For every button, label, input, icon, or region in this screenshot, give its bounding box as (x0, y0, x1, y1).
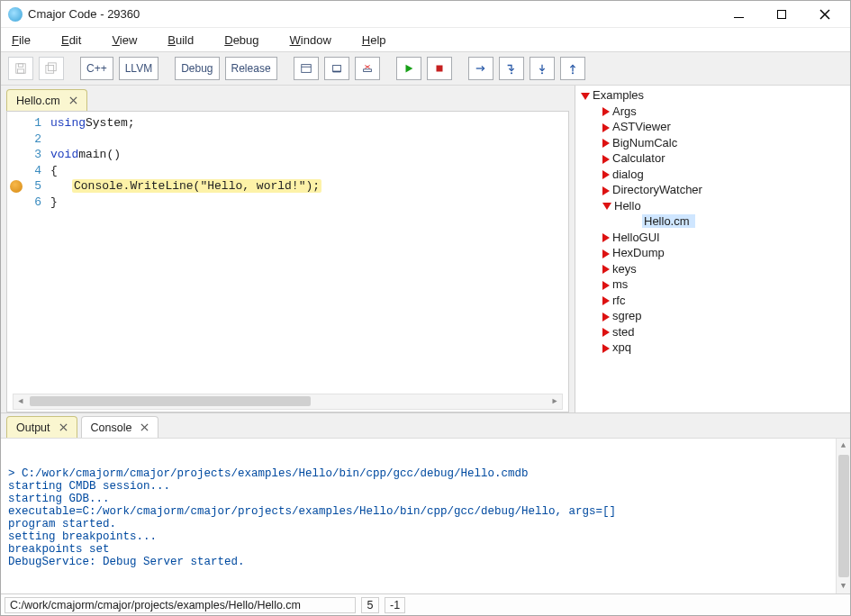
tree-label: Hello.cm (642, 214, 695, 228)
save-button[interactable] (8, 57, 33, 80)
tree-item[interactable]: HexDump (581, 245, 850, 261)
config-release-button[interactable]: Release (225, 57, 277, 80)
expand-icon[interactable] (602, 265, 610, 274)
maximize-button[interactable] (769, 5, 794, 23)
solution-explorer[interactable]: Examples ArgsASTViewerBigNumCalcCalculat… (575, 86, 850, 412)
main-area: Hello.cm 1using System; 2 3void main() 4… (1, 86, 850, 413)
menu-build[interactable]: Build (167, 33, 194, 47)
close-button[interactable] (812, 5, 837, 23)
save-all-button[interactable] (39, 57, 64, 80)
code-lines: 1using System; 2 3void main() 4{ 5Consol… (29, 115, 568, 210)
code-editor[interactable]: 1using System; 2 3void main() 4{ 5Consol… (6, 111, 569, 412)
close-tab-icon[interactable] (140, 421, 149, 434)
expand-icon[interactable] (602, 328, 610, 337)
tree-label: Examples (593, 88, 644, 102)
current-line-highlight: Console.WriteLine("Hello, world!"); (72, 179, 321, 193)
expand-icon[interactable] (602, 344, 610, 353)
close-tab-icon[interactable] (59, 421, 68, 434)
editor-tab-hello[interactable]: Hello.cm (6, 89, 87, 111)
show-next-stmt-button[interactable] (468, 57, 493, 80)
expand-icon[interactable] (602, 123, 610, 132)
expand-icon[interactable] (602, 155, 610, 164)
code-text: System; (86, 116, 135, 130)
tree-item[interactable]: Calculator (581, 150, 850, 167)
menu-view[interactable]: View (112, 33, 137, 47)
tree-item[interactable]: keys (581, 261, 850, 277)
menu-debug[interactable]: Debug (224, 33, 258, 47)
svg-rect-3 (18, 64, 23, 68)
backend-cpp-button[interactable]: C++ (80, 57, 113, 80)
minimize-button[interactable] (726, 5, 751, 23)
scroll-down-icon[interactable]: ▼ (837, 579, 851, 593)
output-text: > C:/work/cmajorm/cmajor/projects/exampl… (8, 467, 843, 568)
stop-debug-button[interactable] (427, 57, 452, 80)
status-file-path: C:/work/cmajorm/cmajor/projects/examples… (5, 597, 356, 613)
expand-icon[interactable] (581, 93, 590, 100)
tree-item[interactable]: Args (581, 104, 850, 120)
output-view[interactable]: > C:/work/cmajorm/cmajor/projects/exampl… (1, 439, 850, 593)
tab-label: Output (16, 421, 50, 434)
menu-help[interactable]: Help (362, 33, 386, 47)
expand-icon[interactable] (602, 139, 610, 148)
bottom-panel: Output Console > C:/work/cmajorm/cmajor/… (1, 413, 850, 593)
tab-output[interactable]: Output (6, 416, 77, 438)
step-out-button[interactable] (560, 57, 585, 80)
scroll-thumb[interactable] (838, 455, 849, 577)
build-solution-button[interactable] (294, 57, 319, 80)
tree-item[interactable]: rfc (581, 293, 850, 309)
svg-rect-7 (301, 65, 311, 73)
tree-root[interactable]: Examples ArgsASTViewerBigNumCalcCalculat… (575, 87, 850, 356)
tree-item-hello[interactable]: Hello Hello.cm (581, 198, 850, 230)
tree-item[interactable]: ms (581, 276, 850, 293)
title-bar: Cmajor Code - 29360 (1, 1, 850, 28)
tree-item[interactable]: HelloGUI (581, 230, 850, 246)
tree-label: sgrep (612, 309, 642, 322)
scroll-left-icon[interactable]: ◄ (14, 397, 28, 406)
app-icon (8, 7, 23, 22)
menu-edit[interactable]: Edit (61, 33, 81, 47)
tree-file-hello-cm[interactable]: Hello.cm (602, 213, 850, 230)
scroll-up-icon[interactable]: ▲ (837, 439, 851, 453)
step-into-button[interactable] (499, 57, 524, 80)
tree-item[interactable]: sted (581, 324, 850, 340)
status-line: 5 (361, 597, 379, 613)
expand-icon[interactable] (602, 296, 610, 305)
expand-icon[interactable] (602, 281, 610, 290)
gutter[interactable] (7, 112, 27, 412)
expand-icon[interactable] (602, 186, 610, 195)
backend-llvm-button[interactable]: LLVM (119, 57, 158, 80)
expand-icon[interactable] (602, 170, 610, 179)
config-debug-button[interactable]: Debug (175, 57, 219, 80)
expand-icon[interactable] (602, 313, 610, 322)
tree-label: xpq (612, 340, 631, 354)
expand-icon[interactable] (602, 107, 610, 116)
tree-item[interactable]: dialog (581, 167, 850, 183)
tree-label: sted (612, 325, 635, 339)
tree-item[interactable]: sgrep (581, 308, 850, 324)
tree-label: rfc (612, 294, 625, 307)
tree-label: dialog (612, 168, 644, 181)
close-tab-icon[interactable] (69, 95, 77, 107)
tree-item[interactable]: ASTViewer (581, 119, 850, 135)
tree-item[interactable]: xpq (581, 340, 850, 356)
scroll-right-icon[interactable]: ► (548, 397, 562, 406)
scroll-thumb[interactable] (30, 396, 311, 406)
svg-rect-9 (332, 66, 340, 72)
svg-rect-15 (436, 66, 442, 72)
tree-item[interactable]: BigNumCalc (581, 135, 850, 151)
menu-window[interactable]: Window (290, 33, 331, 47)
expand-icon[interactable] (602, 233, 610, 242)
tab-console[interactable]: Console (81, 416, 159, 438)
menu-file[interactable]: File (12, 33, 31, 47)
breakpoint-icon[interactable] (10, 180, 23, 193)
tree-item[interactable]: DirectoryWatcher (581, 182, 850, 198)
expand-icon[interactable] (602, 203, 611, 210)
cancel-build-button[interactable] (355, 57, 380, 80)
build-project-button[interactable] (324, 57, 349, 80)
output-vertical-scrollbar[interactable]: ▲ ▼ (836, 439, 850, 593)
step-over-button[interactable] (530, 57, 555, 80)
start-debug-button[interactable] (396, 57, 421, 80)
code-text: { (50, 164, 58, 177)
expand-icon[interactable] (602, 249, 610, 258)
editor-horizontal-scrollbar[interactable]: ◄ ► (13, 394, 563, 410)
